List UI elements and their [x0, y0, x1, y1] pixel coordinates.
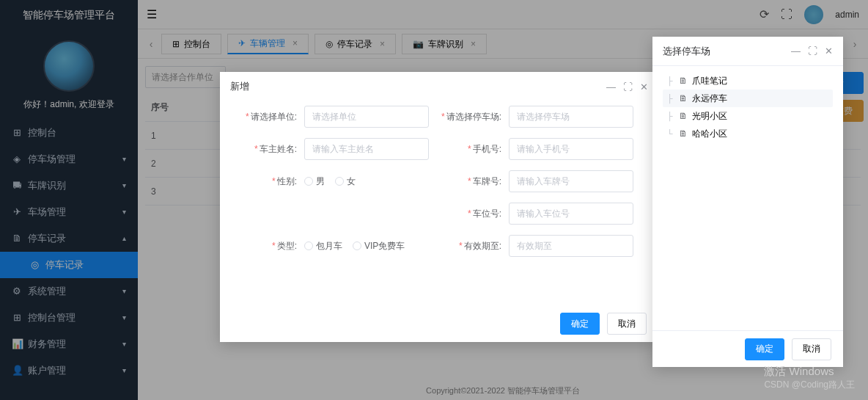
file-icon: 🗎 [679, 90, 688, 107]
tree-item-1[interactable]: ├🗎永远停车 [663, 90, 833, 107]
park-minimize-icon[interactable]: — [791, 46, 801, 57]
plate-input[interactable] [509, 170, 633, 192]
unit-input[interactable] [304, 106, 429, 128]
park-maximize-icon[interactable]: ⛶ [808, 46, 817, 57]
tree-item-0[interactable]: ├🗎爪哇笔记 [663, 72, 833, 90]
type-vip-radio[interactable]: VIP免费车 [353, 240, 405, 252]
gender-male-radio[interactable]: 男 [304, 175, 325, 188]
file-icon: 🗎 [679, 107, 688, 125]
add-cancel-button[interactable]: 取消 [607, 313, 647, 335]
park-modal-title: 选择停车场 [663, 45, 710, 58]
watermark: 激活 Windows CSDN @Coding路人王 [764, 365, 855, 391]
park-close-icon[interactable]: ✕ [825, 46, 833, 57]
tree-label: 爪哇笔记 [692, 72, 727, 90]
park-input[interactable] [509, 106, 633, 128]
tree-label: 哈哈小区 [692, 125, 727, 142]
tree-connector: ├ [667, 72, 674, 90]
add-modal-title: 新增 [230, 80, 249, 93]
tree-connector: ├ [667, 107, 674, 125]
tree-label: 永远停车 [692, 90, 727, 107]
tree-item-3[interactable]: └🗎哈哈小区 [663, 125, 833, 142]
park-select-modal: 选择停车场 — ⛶ ✕ ├🗎爪哇笔记├🗎永远停车├🗎光明小区└🗎哈哈小区 确定 … [652, 37, 843, 367]
valid-until-input[interactable] [509, 235, 633, 257]
close-icon[interactable]: ✕ [640, 81, 648, 92]
file-icon: 🗎 [679, 125, 688, 142]
phone-input[interactable] [509, 138, 633, 160]
slot-input[interactable] [509, 203, 633, 225]
tree-connector: ├ [667, 90, 674, 107]
add-confirm-button[interactable]: 确定 [560, 313, 600, 335]
park-cancel-button[interactable]: 取消 [792, 338, 831, 360]
gender-female-radio[interactable]: 女 [335, 175, 356, 188]
type-monthly-radio[interactable]: 包月车 [304, 240, 342, 252]
tree-item-2[interactable]: ├🗎光明小区 [663, 107, 833, 125]
add-modal: 新增 — ⛶ ✕ *请选择单位: *请选择停车场: *车主姓名: *手机号: [220, 72, 658, 342]
owner-input[interactable] [304, 138, 429, 160]
maximize-icon[interactable]: ⛶ [623, 81, 633, 92]
file-icon: 🗎 [679, 72, 688, 90]
tree-label: 光明小区 [692, 107, 727, 125]
park-confirm-button[interactable]: 确定 [745, 338, 784, 360]
tree-connector: └ [667, 125, 674, 142]
minimize-icon[interactable]: — [606, 81, 616, 92]
